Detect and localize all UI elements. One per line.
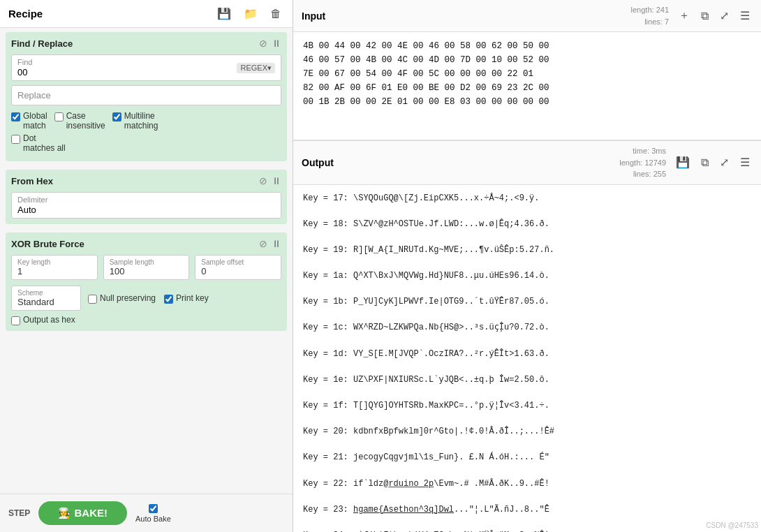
output-menu-button[interactable]: ☰ xyxy=(737,154,753,170)
output-section: Output time: 3ms length: 12749 lines: 25… xyxy=(293,140,761,532)
multiline-matching-checkbox[interactable] xyxy=(112,112,121,121)
dot-matches-all-checkbox[interactable] xyxy=(11,135,20,144)
output-save-button[interactable]: 💾 xyxy=(673,154,693,170)
output-key-suffix: \Evm~.# .M#Â.ðK..9..#Ê! xyxy=(434,479,549,489)
input-length-value: 241 xyxy=(656,6,669,14)
sample-length-label: Sample length xyxy=(110,258,184,266)
output-content[interactable]: Key = 17: \SYQOuGQ@\[Zj.EipCXK5...x.÷Å~4… xyxy=(293,185,761,533)
input-expand-button[interactable]: ⤢ xyxy=(717,7,732,24)
input-length-label: length: xyxy=(631,6,654,14)
print-key-item[interactable]: Print key xyxy=(164,293,209,304)
recipe-header: Recipe 💾 📁 🗑 xyxy=(0,0,293,28)
input-meta: length: 241 lines: 7 xyxy=(631,4,669,27)
output-panel-icons: 💾 ⧉ ⤢ ☰ xyxy=(673,154,753,170)
output-as-hex-checkbox[interactable] xyxy=(11,316,20,325)
input-panel-icons: ＋ ⧉ ⤢ ☰ xyxy=(676,7,753,24)
output-hex-row: Output as hex xyxy=(11,315,281,325)
output-title: Output xyxy=(302,157,619,168)
output-meta: time: 3ms length: 12749 lines: 255 xyxy=(619,145,666,180)
xor-checkboxes: Null preserving Print key xyxy=(88,293,209,304)
xor-fields: Key length 1 Sample length 100 Sample of… xyxy=(11,255,281,280)
xor-title: XOR Brute Force xyxy=(11,239,259,249)
watermark: CSDN @247533 xyxy=(706,522,758,529)
input-section: Input length: 241 lines: 7 ＋ ⧉ ⤢ ☰ 4B 00… xyxy=(293,0,761,140)
trash-button[interactable]: 🗑 xyxy=(267,6,284,22)
output-key-prefix: Key = 23: xyxy=(303,505,353,515)
find-value[interactable]: 00 xyxy=(17,67,27,77)
output-lines-value: 255 xyxy=(653,170,666,178)
null-preserving-checkbox[interactable] xyxy=(88,295,97,304)
output-length-label: length: xyxy=(619,158,642,167)
input-lines-label: lines: xyxy=(644,17,663,26)
recipe-title: Recipe xyxy=(8,8,207,20)
output-lines-label: lines: xyxy=(633,170,651,178)
pause-icon-2[interactable]: ⏸ xyxy=(272,175,281,186)
disable-icon[interactable]: ⊘ xyxy=(259,38,267,49)
highlighted-text-2: hgame{Asethon^3q]Dwl xyxy=(353,505,454,515)
from-hex-icons: ⊘ ⏸ xyxy=(259,175,281,186)
input-add-button[interactable]: ＋ xyxy=(676,7,693,24)
find-replace-icons: ⊘ ⏸ xyxy=(259,38,281,49)
highlighted-text: rduino_2p xyxy=(388,479,434,489)
dot-matches-all-label: Dotmatches all xyxy=(23,133,66,153)
case-insensitive-label: Caseinsensitive xyxy=(66,111,105,131)
xor-icons: ⊘ ⏸ xyxy=(259,238,281,249)
replace-label: Replace xyxy=(17,90,51,101)
input-content[interactable]: 4B 00 44 00 42 00 4E 00 46 00 58 00 62 0… xyxy=(293,32,761,140)
dot-matches-all-checkbox-item[interactable]: Dotmatches all xyxy=(11,133,66,153)
checkbox-row-1: Globalmatch Caseinsensitive Multilinemat… xyxy=(11,111,281,131)
multiline-matching-label: Multilinematching xyxy=(124,111,158,131)
auto-bake-checkbox[interactable] xyxy=(149,504,158,513)
find-replace-title: Find / Replace xyxy=(11,38,259,49)
replace-input[interactable]: Replace xyxy=(11,85,281,105)
delimiter-field[interactable]: Delimiter Auto xyxy=(11,192,281,219)
sample-length-field[interactable]: Sample length 100 xyxy=(103,255,190,280)
global-match-checkbox[interactable] xyxy=(11,112,20,121)
find-label: Find xyxy=(17,58,237,66)
input-copy-button[interactable]: ⧉ xyxy=(698,7,711,24)
output-key-suffix: ..."¦.L"Ã.ñJ..8.."Ê xyxy=(454,505,549,515)
input-menu-button[interactable]: ☰ xyxy=(737,7,753,24)
output-length-value: 12749 xyxy=(644,158,666,167)
sample-offset-field[interactable]: Sample offset 0 xyxy=(195,255,281,280)
null-preserving-item[interactable]: Null preserving xyxy=(88,293,156,304)
sample-offset-value: 0 xyxy=(201,266,206,276)
output-expand-button[interactable]: ⤢ xyxy=(717,154,732,170)
from-hex-title: From Hex xyxy=(11,176,259,186)
find-replace-section: Find / Replace ⊘ ⏸ Find 00 REGEX▾ Replac… xyxy=(6,32,287,161)
xor-brute-force-section: XOR Brute Force ⊘ ⏸ Key length 1 Sample … xyxy=(6,232,287,331)
key-length-label: Key length xyxy=(17,258,91,266)
pause-icon-3[interactable]: ⏸ xyxy=(272,238,281,249)
print-key-label: Print key xyxy=(176,293,209,303)
bake-bar: STEP 🧑‍🍳 BAKE! Auto Bake xyxy=(0,494,293,532)
checkbox-row-2: Dotmatches all xyxy=(11,133,281,153)
disable-icon-2[interactable]: ⊘ xyxy=(259,175,267,186)
output-time-value: 3ms xyxy=(651,147,666,155)
case-insensitive-checkbox[interactable] xyxy=(54,112,64,121)
global-match-checkbox-item[interactable]: Globalmatch xyxy=(11,111,47,131)
auto-bake-label: Auto Bake xyxy=(135,515,171,523)
input-title: Input xyxy=(302,10,631,22)
output-as-hex-item[interactable]: Output as hex xyxy=(11,315,75,325)
pause-icon[interactable]: ⏸ xyxy=(272,38,281,49)
print-key-checkbox[interactable] xyxy=(164,295,173,304)
folder-button[interactable]: 📁 xyxy=(241,6,260,22)
xor-header: XOR Brute Force ⊘ ⏸ xyxy=(11,238,281,249)
output-copy-button[interactable]: ⧉ xyxy=(698,154,711,170)
case-insensitive-checkbox-item[interactable]: Caseinsensitive xyxy=(54,111,105,131)
regex-dropdown[interactable]: REGEX▾ xyxy=(237,63,275,73)
key-length-value: 1 xyxy=(17,266,22,276)
find-input-row: Find 00 REGEX▾ xyxy=(11,54,281,81)
output-header: Output time: 3ms length: 12749 lines: 25… xyxy=(293,141,761,185)
scheme-value: Standard xyxy=(17,297,54,307)
scheme-field[interactable]: Scheme Standard xyxy=(11,286,81,311)
key-length-field[interactable]: Key length 1 xyxy=(11,255,98,280)
left-panel: Recipe 💾 📁 🗑 Find / Replace ⊘ ⏸ Find 00 … xyxy=(0,0,293,532)
bake-button[interactable]: 🧑‍🍳 BAKE! xyxy=(38,501,127,525)
save-button[interactable]: 💾 xyxy=(214,6,234,22)
right-wrapper: Input length: 241 lines: 7 ＋ ⧉ ⤢ ☰ 4B 00… xyxy=(293,0,761,532)
input-header: Input length: 241 lines: 7 ＋ ⧉ ⤢ ☰ xyxy=(293,0,761,32)
multiline-matching-checkbox-item[interactable]: Multilinematching xyxy=(112,111,158,131)
disable-icon-3[interactable]: ⊘ xyxy=(259,238,267,249)
delimiter-value: Auto xyxy=(17,205,36,215)
